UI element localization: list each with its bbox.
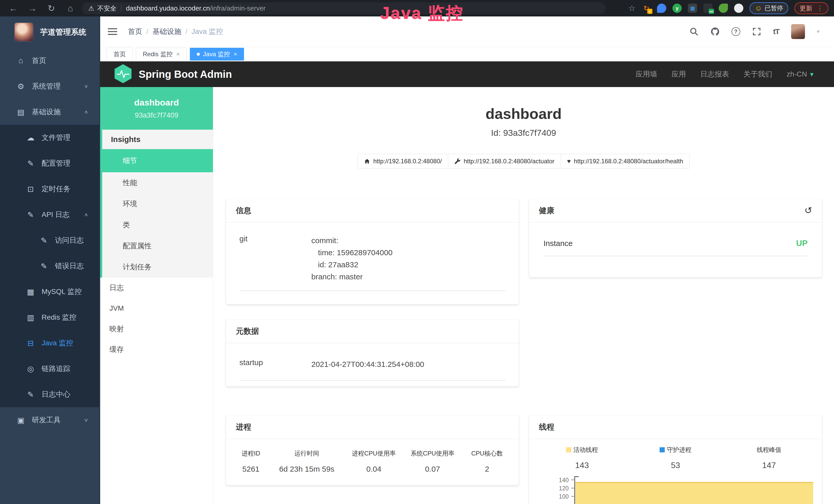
- browser-actions: ☆ ↻1 y ▦ on ☺ 已暂停 更新 ⋮: [628, 2, 834, 14]
- process-cpu-value: 0.04: [345, 465, 403, 474]
- sidebar-item-home[interactable]: ⌂ 首页: [0, 48, 99, 73]
- extension-switch-icon[interactable]: on: [703, 4, 712, 13]
- browser-reload-icon[interactable]: ↻: [46, 3, 57, 13]
- font-size-icon[interactable]: tT: [773, 27, 779, 36]
- sba-menu-caches[interactable]: 缓存: [100, 339, 213, 360]
- log-icon: ✎: [38, 236, 50, 245]
- browser-home-icon[interactable]: ⌂: [65, 3, 76, 13]
- not-secure-label[interactable]: 不安全: [97, 4, 116, 13]
- collapse-menu-icon[interactable]: [108, 28, 117, 35]
- search-icon[interactable]: [689, 27, 699, 36]
- sba-menu-mappings[interactable]: 映射: [100, 319, 213, 339]
- instance-id: 93a3fc7f7409: [135, 111, 178, 119]
- not-secure-warning-icon: ⚠: [88, 5, 94, 12]
- sba-menu-metrics[interactable]: 性能: [102, 172, 213, 193]
- sidebar-item-system[interactable]: ⚙ 系统管理 ∨: [0, 73, 99, 99]
- sidebar-item-dev-tools[interactable]: ▣ 研发工具 ∨: [0, 407, 99, 433]
- insights-group-label: Insights: [102, 130, 213, 149]
- sba-language-select[interactable]: zh-CN ▾: [787, 70, 813, 78]
- user-menu-caret-icon[interactable]: ▾: [817, 28, 820, 35]
- health-url-button[interactable]: ♥ http://192.168.0.2:48080/actuator/heal…: [561, 154, 690, 169]
- address-bar[interactable]: ⚠ 不安全 dashboard.yudao.iocoder.cn /infra/…: [82, 2, 606, 15]
- chevron-down-icon: ▾: [810, 70, 813, 78]
- sba-header: Spring Boot Admin 应用墙 应用 日志报表 关于我们 zh-CN…: [100, 61, 834, 87]
- spring-boot-admin-logo-icon: [114, 64, 132, 84]
- profile-label: 已暂停: [765, 4, 783, 12]
- sba-nav-about[interactable]: 关于我们: [744, 69, 772, 79]
- sidebar-item-infra[interactable]: ▤ 基础设施 ∧: [0, 99, 99, 125]
- health-card-body: Instance UP: [529, 223, 822, 256]
- fullscreen-icon[interactable]: [752, 27, 761, 36]
- extension-grid-icon[interactable]: ▦: [688, 4, 697, 13]
- sba-menu-details[interactable]: 细节: [102, 149, 213, 172]
- sidebar-item-label: MySQL 监控: [42, 287, 82, 297]
- browser-profile-chip[interactable]: ☺ 已暂停: [749, 2, 788, 14]
- sba-menu-environment[interactable]: 环境: [102, 193, 213, 214]
- extension-y-icon[interactable]: y: [673, 4, 682, 13]
- sba-sidebar: dashboard 93a3fc7f7409 Insights 细节 性能 环境…: [100, 87, 213, 504]
- chevron-up-icon: ∧: [84, 212, 88, 217]
- sidebar-item-api-logs[interactable]: ✎ API 日志 ∧: [0, 202, 99, 228]
- legend-blue-swatch: [660, 447, 665, 452]
- tab-label: 首页: [113, 50, 126, 58]
- extension-refresh-icon[interactable]: ↻1: [642, 4, 651, 13]
- metadata-card: 元数据 startup 2021-04-27T00:44:31.254+08:0…: [226, 320, 519, 386]
- sba-menu-scheduled-tasks[interactable]: 计划任务: [102, 256, 213, 278]
- browser-menu-icon[interactable]: ⋮: [816, 4, 823, 12]
- sba-brand-title[interactable]: Spring Boot Admin: [139, 69, 232, 80]
- sidebar-item-label: Redis 监控: [42, 313, 76, 322]
- sidebar-item-tracing[interactable]: ◎ 链路追踪: [0, 356, 99, 382]
- sidebar-item-redis-monitor[interactable]: ▥ Redis 监控: [0, 304, 99, 330]
- sidebar-item-file-mgmt[interactable]: ☁ 文件管理: [0, 125, 99, 151]
- breadcrumb-infra[interactable]: 基础设施: [153, 27, 181, 37]
- close-icon[interactable]: ×: [176, 51, 180, 58]
- sidebar-item-log-center[interactable]: ✎ 日志中心: [0, 382, 99, 407]
- extensions-puzzle-icon[interactable]: [734, 4, 743, 13]
- close-icon[interactable]: ×: [234, 51, 237, 58]
- sba-menu-logs[interactable]: 日志: [100, 278, 213, 298]
- browser-back-icon[interactable]: ←: [8, 3, 19, 13]
- service-url-button[interactable]: http://192.168.0.2:48080/: [357, 154, 448, 169]
- sidebar-item-label: 基础设施: [32, 107, 61, 117]
- extension-leaf-icon[interactable]: [719, 4, 728, 13]
- sba-menu-jvm[interactable]: JVM: [100, 298, 213, 319]
- actuator-url-button[interactable]: http://192.168.0.2:48080/actuator: [448, 154, 561, 169]
- bookmark-star-icon[interactable]: ☆: [628, 3, 636, 13]
- sba-menu-classes[interactable]: 类: [102, 214, 213, 235]
- log-icon: ✎: [38, 261, 50, 271]
- tab-home[interactable]: 首页: [107, 48, 133, 61]
- system-cpu-value: 0.07: [403, 465, 462, 474]
- health-url: http://192.168.0.2:48080/actuator/health: [574, 158, 683, 165]
- extension-pin-icon[interactable]: [657, 4, 666, 13]
- sidebar-item-mysql-monitor[interactable]: ▦ MySQL 监控: [0, 279, 99, 304]
- sidebar-item-config-mgmt[interactable]: ✎ 配置管理: [0, 151, 99, 176]
- sidebar-item-scheduled-jobs[interactable]: ⊡ 定时任务: [0, 176, 99, 202]
- tab-redis-monitor[interactable]: Redis 监控 ×: [136, 48, 187, 61]
- app-sidebar: 芋道管理系统 ⌂ 首页 ⚙ 系统管理 ∨ ▤ 基础设施 ∧ ☁ 文件管理 ✎ 配…: [0, 17, 100, 504]
- github-icon[interactable]: [710, 27, 720, 36]
- sba-nav-wallboard[interactable]: 应用墙: [636, 69, 657, 79]
- breadcrumb-separator: /: [185, 27, 188, 36]
- sba-nav-journal[interactable]: 日志报表: [700, 69, 729, 79]
- tab-java-monitor[interactable]: Java 监控 ×: [190, 48, 244, 61]
- sidebar-submenu-infra: ☁ 文件管理 ✎ 配置管理 ⊡ 定时任务 ✎ API 日志 ∧ ✎ 访问日志 ✎: [0, 125, 99, 407]
- breadcrumb-home[interactable]: 首页: [128, 27, 142, 37]
- sidebar-item-error-logs[interactable]: ✎ 错误日志: [0, 253, 99, 279]
- browser-update-button[interactable]: 更新 ⋮: [794, 2, 828, 14]
- health-card-title: 健康: [539, 205, 554, 216]
- sidebar-item-java-monitor[interactable]: ⊟ Java 监控: [0, 330, 99, 356]
- sba-menu-config-props[interactable]: 配置属性: [102, 235, 213, 256]
- history-icon[interactable]: ↺: [805, 205, 812, 216]
- sba-nav-applications[interactable]: 应用: [672, 69, 686, 79]
- active-dot-icon: [197, 53, 200, 56]
- browser-forward-icon[interactable]: →: [27, 3, 38, 13]
- divider: [121, 5, 121, 12]
- sidebar-item-access-logs[interactable]: ✎ 访问日志: [0, 228, 99, 253]
- log-icon: ✎: [25, 390, 37, 399]
- user-avatar[interactable]: [791, 24, 805, 39]
- legend-label: 活动线程: [573, 446, 598, 454]
- header-actions: ? tT ▾: [689, 24, 834, 39]
- app-logo-row[interactable]: 芋道管理系统: [0, 17, 99, 48]
- instance-header[interactable]: dashboard 93a3fc7f7409: [100, 87, 213, 130]
- help-icon[interactable]: ?: [731, 27, 740, 36]
